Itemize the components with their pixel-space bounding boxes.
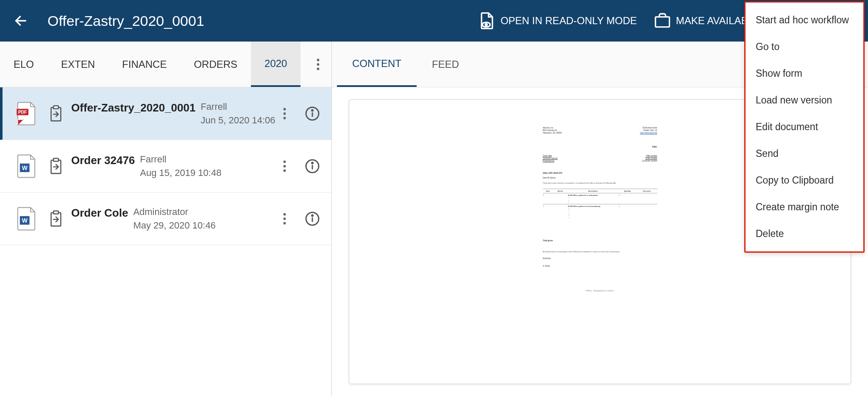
file-info: Order Cole Administrator May 29, 2020 10… (71, 206, 275, 231)
svg-point-2 (485, 24, 487, 25)
file-info-button[interactable] (303, 105, 321, 123)
info-icon (305, 106, 320, 121)
svg-point-16 (283, 117, 286, 119)
menu-delete[interactable]: Delete (746, 220, 863, 247)
file-info-button[interactable] (303, 157, 321, 175)
file-date: Aug 15, 2019 10:48 (140, 167, 221, 178)
word-icon: W (14, 206, 39, 231)
menu-send[interactable]: Send (746, 140, 863, 167)
file-name: Offer-Zastry_2020_0001 (71, 101, 195, 126)
back-button[interactable] (12, 12, 30, 30)
file-name: Order 32476 (71, 154, 135, 178)
more-vertical-icon (283, 213, 286, 225)
file-more-button[interactable] (275, 157, 293, 175)
svg-rect-33 (53, 211, 58, 214)
file-actions (275, 105, 331, 123)
clipboard-arrow-icon (44, 105, 68, 122)
tab-content[interactable]: CONTENT (337, 42, 417, 87)
word-icon: W (14, 154, 39, 178)
menu-go-to[interactable]: Go to (746, 33, 863, 60)
file-item-order-32476[interactable]: W Order 32476 Farrell Aug 15, 2019 10:48 (0, 140, 331, 192)
file-actions (275, 157, 331, 175)
svg-point-7 (317, 59, 319, 61)
app-header: Offer-Zastry_2020_0001 OPEN IN READ-ONLY… (0, 0, 868, 42)
breadcrumb-exten[interactable]: EXTEN (47, 42, 108, 87)
svg-point-9 (317, 67, 319, 70)
context-menu: Start ad hoc workflow Go to Show form Lo… (744, 1, 865, 253)
clipboard-arrow-icon (44, 158, 68, 175)
svg-point-36 (283, 222, 286, 224)
svg-point-25 (283, 165, 286, 167)
menu-start-workflow[interactable]: Start ad hoc workflow (746, 7, 863, 33)
briefcase-icon (653, 11, 672, 30)
svg-text:PDF: PDF (18, 110, 27, 114)
menu-margin-note[interactable]: Create margin note (746, 194, 863, 220)
file-user: Farrell (140, 154, 221, 165)
file-item-offer[interactable]: PDF Offer-Zastry_2020_0001 Farrell Jun 5… (0, 87, 331, 140)
info-icon (305, 211, 320, 226)
svg-point-39 (312, 215, 313, 216)
svg-point-26 (283, 169, 286, 172)
file-user: Farrell (200, 101, 275, 112)
main-content: ELO EXTEN FINANCE ORDERS 2020 PDF Offer-… (0, 42, 868, 396)
file-item-order-cole[interactable]: W Order Cole Administrator May 29, 2020 … (0, 192, 331, 245)
clipboard-arrow-icon (44, 210, 68, 227)
menu-load-version[interactable]: Load new version (746, 87, 863, 114)
info-icon (305, 159, 320, 174)
file-user: Administrator (133, 206, 215, 218)
svg-point-14 (283, 108, 286, 110)
svg-point-8 (317, 63, 319, 66)
breadcrumb: ELO EXTEN FINANCE ORDERS 2020 (0, 42, 331, 87)
svg-rect-3 (655, 17, 669, 27)
open-readonly-button[interactable]: OPEN IN READ-ONLY MODE (478, 11, 637, 30)
svg-point-35 (283, 218, 286, 220)
svg-text:W: W (22, 217, 28, 223)
menu-copy-clipboard[interactable]: Copy to Clipboard (746, 167, 863, 194)
svg-rect-13 (53, 106, 58, 109)
breadcrumb-more-button[interactable] (304, 42, 331, 87)
breadcrumb-orders[interactable]: ORDERS (180, 42, 251, 87)
file-more-button[interactable] (275, 105, 293, 123)
menu-show-form[interactable]: Show form (746, 60, 863, 87)
pdf-icon: PDF (14, 101, 39, 126)
breadcrumb-finance[interactable]: FINANCE (108, 42, 180, 87)
file-list: PDF Offer-Zastry_2020_0001 Farrell Jun 5… (0, 87, 331, 245)
svg-point-34 (283, 213, 286, 215)
file-date: Jun 5, 2020 14:06 (200, 115, 275, 126)
svg-rect-23 (53, 158, 58, 161)
file-actions (275, 210, 331, 228)
arrow-left-icon (14, 14, 28, 28)
svg-point-19 (312, 110, 313, 111)
svg-point-15 (283, 112, 286, 115)
preview-content: Allustria, Inc. 800 Outtmere St. Havenpo… (539, 121, 662, 295)
document-eye-icon (478, 11, 496, 30)
page-title: Offer-Zastry_2020_0001 (47, 13, 478, 29)
file-name: Order Cole (71, 206, 128, 231)
tab-feed[interactable]: FEED (417, 42, 474, 87)
menu-edit-document[interactable]: Edit document (746, 114, 863, 140)
breadcrumb-2020[interactable]: 2020 (251, 42, 300, 87)
more-vertical-icon (283, 160, 286, 172)
more-vertical-icon (317, 59, 320, 70)
file-info: Order 32476 Farrell Aug 15, 2019 10:48 (71, 154, 275, 178)
left-pane: ELO EXTEN FINANCE ORDERS 2020 PDF Offer-… (0, 42, 332, 396)
more-vertical-icon (283, 108, 286, 120)
svg-point-29 (312, 162, 313, 164)
breadcrumb-elo[interactable]: ELO (0, 42, 47, 87)
svg-text:W: W (22, 164, 28, 171)
file-info-button[interactable] (303, 210, 321, 228)
svg-point-24 (283, 160, 286, 163)
file-info: Offer-Zastry_2020_0001 Farrell Jun 5, 20… (71, 101, 275, 126)
file-more-button[interactable] (275, 210, 293, 228)
file-date: May 29, 2020 10:46 (133, 220, 215, 231)
